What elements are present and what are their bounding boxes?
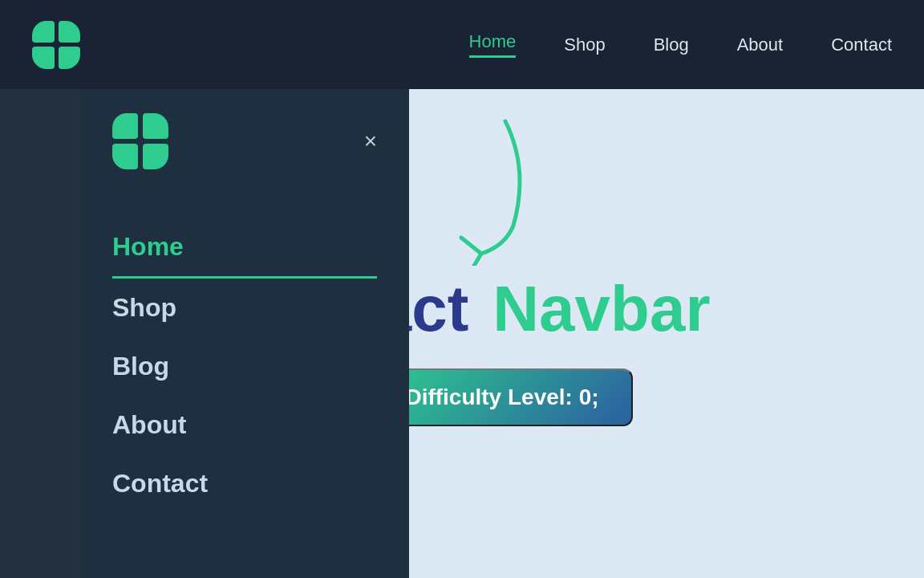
logo-icon — [32, 21, 80, 69]
sidebar-logo-icon — [112, 113, 168, 169]
logo-dot-tr — [59, 21, 81, 43]
logo-dot-bl — [32, 47, 55, 69]
sidebar-nav-item-home[interactable]: Home — [112, 218, 377, 279]
sidebar-overlay: × Home Shop Blog About Contact — [0, 89, 409, 578]
sidebar-logo-dot-tr — [143, 113, 168, 139]
sidebar-panel: × Home Shop Blog About Contact — [80, 89, 409, 578]
nav-link-shop[interactable]: Shop — [564, 35, 605, 55]
sidebar-logo-dot-br — [143, 144, 168, 169]
sidebar-nav-item-blog[interactable]: Blog — [112, 337, 377, 396]
main-content: React Navbar Difficulty Level: 0; × Home… — [0, 89, 924, 578]
sidebar-nav: Home Shop Blog About Contact — [112, 218, 377, 513]
hero-title-navbar: Navbar — [492, 274, 710, 344]
nav-link-blog[interactable]: Blog — [654, 35, 689, 55]
sidebar-nav-item-about[interactable]: About — [112, 396, 377, 454]
nav-link-contact[interactable]: Contact — [831, 35, 892, 55]
sidebar-nav-item-contact[interactable]: Contact — [112, 454, 377, 513]
logo-dot-br — [59, 47, 81, 69]
sidebar-close-button[interactable]: × — [364, 130, 377, 153]
arrow-annotation — [409, 105, 553, 266]
navbar-links: Home Shop Blog About Contact — [469, 31, 892, 58]
nav-link-about[interactable]: About — [737, 35, 784, 55]
top-navbar: Home Shop Blog About Contact — [0, 0, 924, 89]
sidebar-logo-dot-tl — [112, 113, 138, 139]
sidebar-nav-item-shop[interactable]: Shop — [112, 279, 377, 337]
difficulty-badge[interactable]: Difficulty Level: 0; — [371, 368, 632, 426]
logo-dot-tl — [32, 21, 55, 43]
sidebar-logo-dot-bl — [112, 144, 138, 169]
sidebar-strip — [0, 89, 80, 578]
nav-link-home[interactable]: Home — [469, 31, 517, 58]
navbar-logo[interactable] — [32, 21, 80, 69]
sidebar-header: × — [112, 113, 377, 169]
